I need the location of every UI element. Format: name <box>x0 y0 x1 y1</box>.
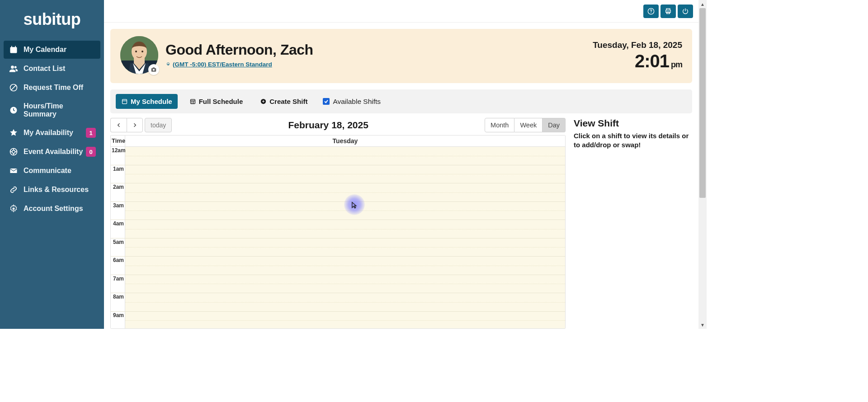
hour-cell[interactable] <box>125 275 565 293</box>
svg-rect-15 <box>10 168 17 173</box>
hour-label: 5am <box>111 238 125 257</box>
clock: Tuesday, Feb 18, 2025 2:01pm <box>593 40 682 70</box>
hour-cell[interactable] <box>125 257 565 275</box>
sidebar-item-links-resources[interactable]: Links & Resources <box>4 181 100 199</box>
gear-icon <box>9 204 18 213</box>
hour-cell[interactable] <box>125 183 565 201</box>
plus-circle-icon <box>260 98 267 105</box>
scroll-down-button[interactable]: ▼ <box>698 321 707 329</box>
hour-label: 9am <box>111 312 125 329</box>
clock-time: 2:01pm <box>593 52 682 70</box>
schedule-toolbar: My Schedule Full Schedule Create Shift A… <box>110 89 692 113</box>
hour-cell[interactable] <box>125 165 565 183</box>
time-header: Time <box>111 136 125 146</box>
today-button[interactable]: today <box>145 118 172 132</box>
sidebar-item-account-settings[interactable]: Account Settings <box>4 200 100 218</box>
hour-cell[interactable] <box>125 238 565 257</box>
calendar-sm-icon <box>121 98 128 105</box>
svg-rect-29 <box>153 67 155 68</box>
hour-label: 4am <box>111 220 125 238</box>
hour-cell[interactable] <box>125 293 565 311</box>
vertical-scrollbar[interactable]: ▲ ▼ <box>698 0 707 329</box>
hour-row[interactable]: 2am <box>111 183 565 202</box>
sidebar-item-hours-summary[interactable]: Hours/Time Summary <box>4 98 100 123</box>
scroll-thumb[interactable] <box>699 8 706 198</box>
availability-badge: 1 <box>86 128 96 138</box>
contacts-icon <box>9 64 18 73</box>
svg-point-4 <box>11 65 14 69</box>
svg-rect-31 <box>123 99 127 103</box>
svg-rect-3 <box>15 46 16 47</box>
prev-button[interactable] <box>110 118 127 132</box>
svg-point-28 <box>153 69 155 71</box>
avatar-camera-button[interactable] <box>148 64 159 75</box>
svg-point-25 <box>135 51 137 52</box>
sidebar-item-label: Links & Resources <box>24 186 89 194</box>
hour-cell[interactable] <box>125 147 565 165</box>
hour-label: 8am <box>111 293 125 311</box>
sidebar-item-my-calendar[interactable]: My Calendar <box>4 41 100 59</box>
sidebar-item-label: Hours/Time Summary <box>24 102 95 118</box>
hour-cell[interactable] <box>125 312 565 329</box>
my-schedule-button[interactable]: My Schedule <box>116 94 178 109</box>
svg-point-10 <box>12 150 15 154</box>
sidebar-item-label: My Calendar <box>24 46 66 54</box>
hour-row[interactable]: 4am <box>111 220 565 238</box>
full-schedule-button[interactable]: Full Schedule <box>184 94 249 109</box>
view-month-button[interactable]: Month <box>485 118 514 132</box>
hour-row[interactable]: 1am <box>111 165 565 184</box>
sidebar-item-request-time-off[interactable]: Request Time Off <box>4 79 100 97</box>
calendar-body[interactable]: 12am1am2am3am4am5am6am7am8am9am10am <box>111 147 565 328</box>
sidebar-item-label: My Availability <box>24 129 73 137</box>
sidebar-item-communicate[interactable]: Communicate <box>4 162 100 180</box>
hour-cell[interactable] <box>125 220 565 238</box>
hour-row[interactable]: 6am <box>111 257 565 275</box>
greeting-card: Good Afternoon, Zach (GMT -5:00) EST/Eas… <box>110 29 692 83</box>
hour-row[interactable]: 9am <box>111 312 565 329</box>
next-button[interactable] <box>127 118 143 132</box>
calendar-title: February 18, 2025 <box>172 120 485 131</box>
hour-row[interactable]: 12am <box>111 147 565 165</box>
sidebar-item-my-availability[interactable]: My Availability 1 <box>4 124 100 142</box>
hour-label: 12am <box>111 147 125 165</box>
svg-rect-33 <box>190 99 195 103</box>
hour-row[interactable]: 8am <box>111 293 565 312</box>
calendar-grid: Time Tuesday 12am1am2am3am4am5am6am7am8a… <box>110 135 566 329</box>
view-day-button[interactable]: Day <box>542 118 566 132</box>
hour-row[interactable]: 7am <box>111 275 565 294</box>
lifering-icon <box>9 147 18 156</box>
scroll-up-button[interactable]: ▲ <box>698 0 707 8</box>
timezone-link[interactable]: (GMT -5:00) EST/Eastern Standard <box>165 61 272 68</box>
clock-icon <box>9 106 18 115</box>
available-shifts-checkbox[interactable]: Available Shifts <box>323 98 381 106</box>
power-button[interactable] <box>678 5 693 18</box>
topbar <box>104 0 698 23</box>
sidebar-item-label: Account Settings <box>24 205 83 213</box>
shift-panel-title: View Shift <box>574 118 692 129</box>
star-icon <box>9 128 18 137</box>
help-button[interactable] <box>643 5 659 18</box>
sidebar-nav: My Calendar Contact List Request Time Of… <box>0 38 104 220</box>
svg-point-26 <box>142 51 143 52</box>
calendar-header: today February 18, 2025 Month Week Day <box>110 118 566 132</box>
hour-row[interactable]: 5am <box>111 238 565 257</box>
hour-row[interactable]: 3am <box>111 202 565 220</box>
hour-label: 3am <box>111 202 125 220</box>
sidebar-item-label: Contact List <box>24 65 65 73</box>
print-button[interactable] <box>660 5 676 18</box>
create-shift-button[interactable]: Create Shift <box>255 94 313 109</box>
event-availability-badge: 0 <box>86 147 96 157</box>
timeoff-icon <box>9 83 18 92</box>
sidebar-item-label: Event Availability <box>24 148 83 156</box>
day-header: Tuesday <box>125 136 565 146</box>
sidebar-item-event-availability[interactable]: Event Availability 0 <box>4 143 100 161</box>
shift-panel: View Shift Click on a shift to view its … <box>574 118 692 329</box>
svg-rect-2 <box>11 46 12 47</box>
main-content: Good Afternoon, Zach (GMT -5:00) EST/Eas… <box>104 0 707 329</box>
hour-label: 6am <box>111 257 125 275</box>
calendar-icon <box>9 45 18 54</box>
shift-panel-message: Click on a shift to view its details or … <box>574 131 692 150</box>
view-week-button[interactable]: Week <box>514 118 542 132</box>
sidebar-item-contact-list[interactable]: Contact List <box>4 60 100 78</box>
hour-cell[interactable] <box>125 202 565 220</box>
